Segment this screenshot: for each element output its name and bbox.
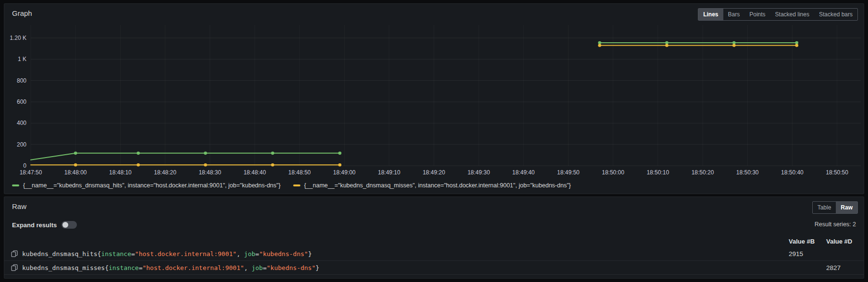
y-axis-tick-label: 400 bbox=[17, 120, 26, 126]
column-header-value-d: Value #D bbox=[826, 238, 856, 245]
x-axis-tick-label: 18:48:10 bbox=[109, 169, 132, 176]
x-axis-tick-label: 18:50:20 bbox=[692, 169, 714, 176]
y-axis-tick-label: 1 K bbox=[18, 56, 26, 62]
legend-series-dash-icon bbox=[293, 184, 300, 186]
y-axis-tick-label: 1.20 K bbox=[10, 35, 26, 41]
series-point-kubedns_dnsmasq_hits bbox=[271, 152, 274, 155]
raw-mode-toggle-group: TableRaw bbox=[812, 201, 858, 214]
series-point-kubedns_dnsmasq_misses bbox=[338, 163, 342, 167]
x-axis-tick-label: 18:49:00 bbox=[333, 169, 356, 176]
series-point-kubedns_dnsmasq_misses bbox=[732, 44, 736, 47]
x-axis-tick-label: 18:49:30 bbox=[468, 169, 490, 176]
x-axis-tick-label: 18:50:40 bbox=[781, 169, 804, 176]
raw-table-header-row: Value #BValue #D bbox=[4, 236, 864, 247]
raw-mode-table-button[interactable]: Table bbox=[813, 202, 836, 213]
x-axis-tick-label: 18:48:00 bbox=[64, 169, 87, 176]
column-header-value-b: Value #B bbox=[789, 238, 822, 245]
raw-series-row: kubedns_dnsmasq_misses{instance="host.do… bbox=[4, 261, 864, 275]
series-point-kubedns_dnsmasq_misses bbox=[74, 163, 77, 167]
y-axis-tick-label: 600 bbox=[17, 98, 26, 105]
legend-item-kubedns_dnsmasq_hits[interactable]: {__name__="kubedns_dnsmasq_hits", instan… bbox=[12, 182, 281, 189]
graph-mode-stacked-bars-button[interactable]: Stacked bars bbox=[814, 9, 857, 20]
metric-text: kubedns_dnsmasq_hits{instance="host.dock… bbox=[22, 250, 312, 257]
value-b-cell: 2915 bbox=[789, 250, 822, 257]
series-point-kubedns_dnsmasq_hits bbox=[74, 152, 77, 155]
x-axis-tick-label: 18:49:20 bbox=[422, 169, 445, 176]
graph-mode-toggle-group: LinesBarsPointsStacked linesStacked bars bbox=[698, 8, 858, 21]
result-series-count: Result series: 2 bbox=[815, 221, 856, 228]
raw-controls-row: Expand results Result series: 2 bbox=[12, 220, 856, 230]
series-point-kubedns_dnsmasq_misses bbox=[665, 44, 669, 47]
x-axis-tick-label: 18:48:50 bbox=[288, 169, 311, 176]
series-line-kubedns_dnsmasq_hits bbox=[31, 153, 340, 160]
metric-expression: kubedns_dnsmasq_hits{instance="host.dock… bbox=[11, 250, 789, 257]
copy-to-clipboard-icon[interactable] bbox=[11, 250, 18, 257]
raw-mode-raw-button[interactable]: Raw bbox=[836, 202, 857, 213]
raw-results-panel: Raw TableRaw Expand results Result serie… bbox=[4, 196, 864, 279]
y-axis-tick-label: 200 bbox=[17, 141, 26, 148]
y-axis-tick-label: 0 bbox=[23, 162, 26, 169]
series-point-kubedns_dnsmasq_misses bbox=[271, 163, 274, 167]
legend-series-label: {__name__="kubedns_dnsmasq_misses", inst… bbox=[304, 182, 571, 189]
graph-mode-bars-button[interactable]: Bars bbox=[723, 9, 745, 20]
x-axis-tick-label: 18:48:20 bbox=[154, 169, 176, 176]
graph-mode-points-button[interactable]: Points bbox=[744, 9, 770, 20]
chart-legend: {__name__="kubedns_dnsmasq_hits", instan… bbox=[12, 182, 571, 189]
series-point-kubedns_dnsmasq_misses bbox=[598, 44, 601, 47]
series-point-kubedns_dnsmasq_hits bbox=[204, 152, 207, 155]
legend-item-kubedns_dnsmasq_misses[interactable]: {__name__="kubedns_dnsmasq_misses", inst… bbox=[293, 182, 571, 189]
x-axis-tick-label: 18:49:50 bbox=[557, 169, 580, 176]
metric-text: kubedns_dnsmasq_misses{instance="host.do… bbox=[22, 264, 319, 271]
metric-expression: kubedns_dnsmasq_misses{instance="host.do… bbox=[11, 264, 789, 271]
series-point-kubedns_dnsmasq_misses bbox=[795, 44, 798, 47]
x-axis-tick-label: 18:48:30 bbox=[198, 169, 221, 176]
legend-series-label: {__name__="kubedns_dnsmasq_hits", instan… bbox=[23, 182, 281, 189]
copy-to-clipboard-icon[interactable] bbox=[11, 264, 18, 271]
graph-mode-lines-button[interactable]: Lines bbox=[698, 9, 723, 20]
graph-mode-stacked-lines-button[interactable]: Stacked lines bbox=[770, 9, 814, 20]
x-axis-tick-label: 18:50:10 bbox=[646, 169, 669, 176]
series-point-kubedns_dnsmasq_misses bbox=[136, 163, 140, 167]
expand-results-toggle[interactable] bbox=[62, 221, 77, 229]
legend-series-dash-icon bbox=[12, 184, 19, 186]
x-axis-tick-label: 18:48:40 bbox=[244, 169, 266, 176]
expand-results-label: Expand results bbox=[12, 221, 57, 229]
series-point-kubedns_dnsmasq_hits bbox=[136, 152, 140, 155]
raw-series-row: kubedns_dnsmasq_hits{instance="host.dock… bbox=[4, 247, 864, 261]
series-point-kubedns_dnsmasq_misses bbox=[204, 163, 207, 167]
x-axis-tick-label: 18:50:00 bbox=[602, 169, 624, 176]
toggle-knob bbox=[62, 222, 68, 228]
y-axis-tick-label: 800 bbox=[17, 77, 26, 84]
value-d-cell: 2827 bbox=[826, 264, 856, 271]
x-axis-tick-label: 18:49:40 bbox=[512, 169, 535, 176]
raw-panel-title: Raw bbox=[4, 197, 864, 210]
series-point-kubedns_dnsmasq_hits bbox=[338, 152, 342, 155]
graph-panel: Graph LinesBarsPointsStacked linesStacke… bbox=[4, 3, 864, 194]
time-series-chart[interactable]: 18:47:5018:48:0018:48:1018:48:2018:48:30… bbox=[4, 23, 865, 182]
x-axis-tick-label: 18:50:30 bbox=[736, 169, 759, 176]
raw-results-table: Value #BValue #Dkubedns_dnsmasq_hits{ins… bbox=[4, 236, 864, 275]
x-axis-tick-label: 18:50:50 bbox=[826, 169, 848, 176]
x-axis-tick-label: 18:49:10 bbox=[378, 169, 400, 176]
x-axis-tick-label: 18:47:50 bbox=[20, 169, 42, 176]
